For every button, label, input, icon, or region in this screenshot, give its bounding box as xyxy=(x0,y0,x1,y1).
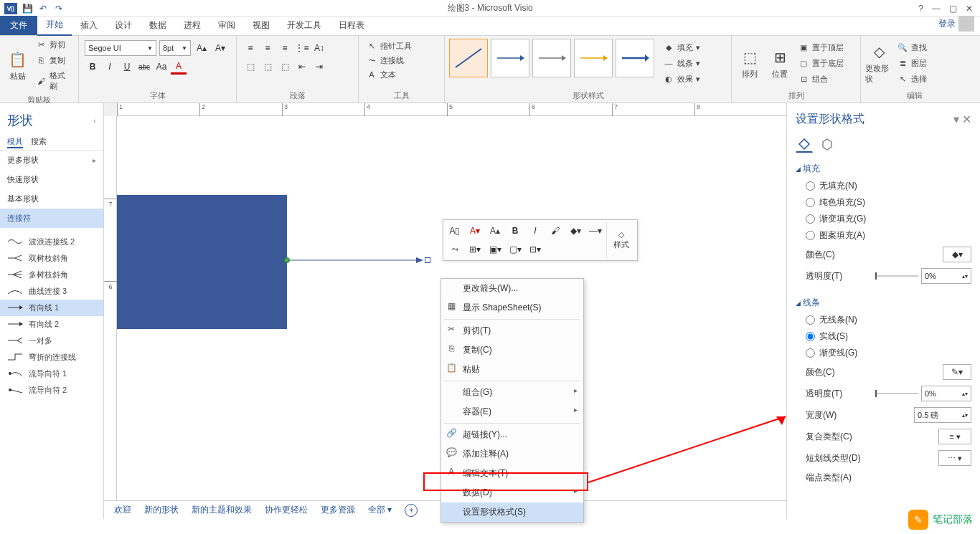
italic-button[interactable]: I xyxy=(102,59,118,75)
dash-combo[interactable]: ⋯ ▾ xyxy=(938,450,971,466)
shape-item[interactable]: 多树枝斜角 xyxy=(0,267,103,283)
gradient-fill-option[interactable]: 渐变填充(G) xyxy=(796,211,971,227)
pane-close-icon[interactable]: ▾ ✕ xyxy=(953,113,971,126)
shape-item[interactable]: 波浪连接线 2 xyxy=(0,234,103,250)
mini-align-button[interactable]: ⊞▾ xyxy=(466,241,484,258)
layer-button[interactable]: ≣图层 xyxy=(894,56,930,70)
connector-shape[interactable] xyxy=(287,259,423,261)
connectors-item[interactable]: 连接符 xyxy=(0,209,103,228)
end-handle[interactable] xyxy=(425,257,430,263)
bullets-button[interactable]: ⋮≡ xyxy=(294,40,310,56)
start-handle[interactable] xyxy=(284,257,290,263)
mini-connector-button[interactable]: ⤳ xyxy=(446,241,464,258)
page-tab[interactable]: 新的形状 xyxy=(144,504,179,516)
solid-line-option[interactable]: 实线(S) xyxy=(796,328,971,345)
tab-review[interactable]: 审阅 xyxy=(209,16,244,35)
text-direction-button[interactable]: A↕ xyxy=(311,40,327,56)
tab-file[interactable]: 文件 xyxy=(0,16,37,35)
shape-item[interactable]: 流导向符 2 xyxy=(0,382,103,399)
align-top-button[interactable]: ⬚ xyxy=(242,59,258,75)
ctx-add-comment[interactable]: 💬添加注释(A) xyxy=(441,444,583,464)
mini-font-color-button[interactable]: A▾ xyxy=(466,222,484,239)
tab-design[interactable]: 设计 xyxy=(106,16,141,35)
font-size-combo[interactable]: 8pt▼ xyxy=(159,40,191,56)
line-color-button[interactable]: ✎▾ xyxy=(943,364,971,380)
compound-combo[interactable]: ≡ ▾ xyxy=(938,429,971,444)
ctx-hyperlink[interactable]: 🔗超链接(Y)... xyxy=(441,425,583,444)
align-right-button[interactable]: ≡ xyxy=(277,40,293,56)
mini-line-button[interactable]: —▾ xyxy=(586,222,605,239)
solid-fill-option[interactable]: 纯色填充(S) xyxy=(796,194,971,211)
send-back-button[interactable]: ▢置于底层 xyxy=(795,56,847,70)
strike-button[interactable]: abc xyxy=(136,59,152,75)
shape-item[interactable]: 流导向符 1 xyxy=(0,366,103,382)
mini-italic-button[interactable]: I xyxy=(526,222,545,239)
shape-style-gallery[interactable] xyxy=(448,37,656,89)
connector-tool-button[interactable]: ⤳连接线 xyxy=(363,53,440,67)
ctx-group[interactable]: 组合(G) xyxy=(441,383,583,402)
fill-color-button[interactable]: ◆▾ xyxy=(943,247,971,262)
underline-button[interactable]: U xyxy=(119,59,135,75)
stencil-tab[interactable]: 模具 xyxy=(7,137,23,148)
align-bottom-button[interactable]: ⬚ xyxy=(277,59,293,75)
search-tab[interactable]: 搜索 xyxy=(31,137,47,146)
quick-shapes-item[interactable]: 快速形状 xyxy=(0,170,103,189)
line-button[interactable]: —线条 ▾ xyxy=(660,56,703,70)
mini-back-button[interactable]: ▢▾ xyxy=(506,241,524,258)
page-tab[interactable]: 协作更轻松 xyxy=(265,504,308,516)
ctx-format-shape[interactable]: 设置形状格式(S) xyxy=(441,502,583,522)
line-trans-slider[interactable] xyxy=(875,393,918,394)
ctx-show-shapesheet[interactable]: ▦显示 ShapeSheet(S) xyxy=(441,298,583,318)
style-item[interactable] xyxy=(574,39,613,77)
ctx-data[interactable]: 数据(D) xyxy=(441,483,583,502)
help-icon[interactable]: ? xyxy=(918,4,923,14)
style-item[interactable] xyxy=(449,39,488,77)
mini-style-button[interactable]: ◇样式 xyxy=(606,222,635,258)
mini-group-button[interactable]: ⊡▾ xyxy=(526,241,545,258)
mini-textbox-button[interactable]: A▯ xyxy=(446,222,464,239)
tab-view[interactable]: 视图 xyxy=(244,16,278,35)
style-item[interactable] xyxy=(491,39,529,77)
tab-data[interactable]: 数据 xyxy=(141,16,175,35)
select-button[interactable]: ↖选择 xyxy=(894,72,930,86)
gradient-line-option[interactable]: 渐变线(G) xyxy=(796,345,971,361)
grow-font-button[interactable]: A▴ xyxy=(194,40,209,56)
undo-icon[interactable]: ↶ xyxy=(37,3,49,14)
shrink-font-button[interactable]: A▾ xyxy=(212,40,228,56)
mini-format-button[interactable]: 🖌 xyxy=(546,222,565,239)
find-button[interactable]: 🔍查找 xyxy=(894,40,930,54)
add-page-button[interactable]: + xyxy=(405,504,418,517)
more-shapes-item[interactable]: 更多形状 xyxy=(0,151,103,170)
page-tab[interactable]: 新的主题和效果 xyxy=(192,504,252,516)
font-color-button[interactable]: A xyxy=(171,59,187,75)
font-name-combo[interactable]: Segoe UI▼ xyxy=(85,40,156,56)
rectangle-shape[interactable] xyxy=(117,195,287,329)
mini-bold-button[interactable]: B xyxy=(506,222,524,239)
fill-line-tab-icon[interactable] xyxy=(796,135,813,153)
basic-shapes-item[interactable]: 基本形状 xyxy=(0,189,103,209)
page-tab[interactable]: 全部 ▾ xyxy=(368,504,392,516)
tab-devtools[interactable]: 开发工具 xyxy=(278,16,330,35)
pattern-fill-option[interactable]: 图案填充(A) xyxy=(796,227,971,244)
fill-trans-input[interactable]: 0%▴▾ xyxy=(921,268,971,284)
fill-trans-slider[interactable] xyxy=(875,275,918,277)
mini-fill-button[interactable]: ◆▾ xyxy=(566,222,585,239)
shape-item[interactable]: 一对多 xyxy=(0,333,103,349)
redo-icon[interactable]: ↷ xyxy=(53,3,65,14)
align-center-button[interactable]: ≡ xyxy=(260,40,275,56)
ctx-copy[interactable]: ⎘复制(C) xyxy=(441,340,583,360)
collapse-icon[interactable]: ‹ xyxy=(93,116,96,125)
shape-item[interactable]: 有向线 1 xyxy=(0,300,103,316)
shape-item[interactable]: 有向线 2 xyxy=(0,316,103,333)
mini-front-button[interactable]: ▣▾ xyxy=(486,241,504,258)
tab-process[interactable]: 进程 xyxy=(175,16,209,35)
line-trans-input[interactable]: 0%▴▾ xyxy=(921,386,971,401)
indent-right-button[interactable]: ⇥ xyxy=(311,59,327,75)
tab-home[interactable]: 开始 xyxy=(37,15,72,36)
group-button[interactable]: ⊡组合 xyxy=(795,72,847,86)
ctx-change-arrow[interactable]: 更改箭头(W)... xyxy=(441,279,583,298)
effects-tab-icon[interactable] xyxy=(819,135,836,153)
page-tab[interactable]: 更多资源 xyxy=(321,504,355,516)
fill-button[interactable]: ◆填充 ▾ xyxy=(660,40,703,54)
indent-left-button[interactable]: ⇤ xyxy=(294,59,310,75)
